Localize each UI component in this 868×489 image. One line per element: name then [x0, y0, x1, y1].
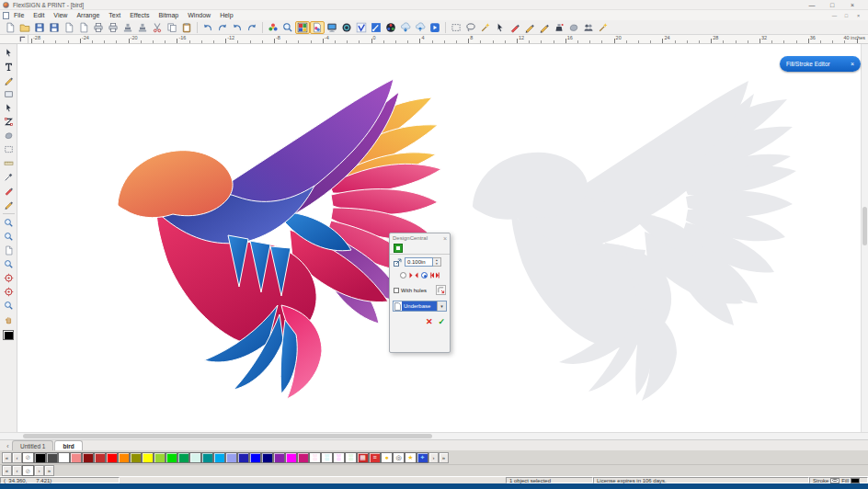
- tab-nav-left-icon[interactable]: ‹: [4, 441, 12, 450]
- design-central-button[interactable]: [295, 21, 310, 34]
- color-wheel-button[interactable]: [383, 21, 398, 34]
- cut-plot-button[interactable]: [120, 21, 135, 34]
- menu-arrange[interactable]: Arrange: [72, 12, 104, 18]
- pan-tool[interactable]: [2, 313, 16, 326]
- red-pen-button[interactable]: [508, 21, 522, 34]
- paint-button[interactable]: [369, 21, 383, 34]
- color-swatch[interactable]: [285, 452, 297, 463]
- pattern-swatch[interactable]: ≡: [369, 452, 381, 463]
- output-button[interactable]: [581, 21, 596, 34]
- pattern-swatch[interactable]: ░: [345, 452, 357, 463]
- current-fill-swatch[interactable]: [3, 330, 14, 340]
- menu-file[interactable]: File: [9, 12, 29, 18]
- contour-option-button[interactable]: [436, 285, 446, 295]
- pattern-swatch[interactable]: ░: [321, 452, 333, 463]
- zoom-out-tool[interactable]: [2, 257, 16, 271]
- color-swatch[interactable]: [70, 452, 82, 463]
- color-swatch[interactable]: [58, 452, 70, 463]
- pattern-swatch[interactable]: ◎: [393, 452, 405, 463]
- underbase-tab-icon[interactable]: [394, 244, 403, 253]
- color-swatch[interactable]: [166, 452, 177, 463]
- horizontal-scrollbar-thumb[interactable]: [23, 434, 432, 438]
- cloud-download-button[interactable]: [398, 21, 413, 34]
- brush-tool[interactable]: [2, 198, 16, 211]
- color-swatch[interactable]: [189, 452, 201, 463]
- horizontal-scrollbar[interactable]: [0, 432, 868, 439]
- dropdown-arrow-icon[interactable]: ▾: [437, 301, 446, 311]
- menu-bitmap[interactable]: Bitmap: [154, 12, 183, 18]
- color-swatch[interactable]: [273, 452, 285, 463]
- color-swatch[interactable]: [130, 452, 142, 463]
- spinner-down-icon[interactable]: ▾: [436, 262, 438, 266]
- canvas-area[interactable]: Fill/Stroke Editor × DesignCentral × 0.1…: [0, 44, 868, 432]
- pencil-tool[interactable]: [2, 184, 16, 198]
- zoom-selection-tool[interactable]: [2, 271, 16, 285]
- lasso-select-button[interactable]: [463, 21, 478, 34]
- zigzag-tool[interactable]: [2, 115, 16, 129]
- color-swatch[interactable]: [249, 452, 261, 463]
- select-tool[interactable]: [2, 46, 16, 60]
- zoom-all-tool[interactable]: [2, 299, 16, 313]
- color-swatch[interactable]: [106, 452, 118, 463]
- palette-nav-button[interactable]: ›: [428, 452, 439, 463]
- save-button[interactable]: [32, 21, 47, 34]
- with-holes-checkbox[interactable]: [394, 288, 399, 293]
- point-select-button[interactable]: [493, 21, 508, 34]
- engrave-button[interactable]: [135, 21, 150, 34]
- color-swatch[interactable]: [201, 452, 213, 463]
- color-swatch[interactable]: [177, 452, 189, 463]
- child-minimize-icon[interactable]: —: [828, 13, 840, 18]
- fill-swatch[interactable]: [851, 478, 860, 483]
- production-manager-button[interactable]: [428, 21, 442, 34]
- marquee-select-button[interactable]: [449, 21, 463, 34]
- print-button[interactable]: [91, 21, 106, 34]
- multi-redo-button[interactable]: [245, 21, 259, 34]
- rectangle-tool[interactable]: [2, 87, 16, 101]
- undo-button[interactable]: [200, 21, 215, 34]
- close-icon[interactable]: ×: [842, 2, 862, 8]
- new-button[interactable]: [3, 21, 17, 34]
- fill-stroke-editor-pill[interactable]: Fill/Stroke Editor ×: [780, 56, 861, 72]
- redo-button[interactable]: [215, 21, 230, 34]
- palette-nav-button[interactable]: ‹: [12, 465, 22, 476]
- color-swatch[interactable]: [34, 452, 46, 463]
- eyedropper-tool[interactable]: [2, 170, 16, 184]
- offset-spinner[interactable]: ▴ ▾: [433, 257, 441, 267]
- save-all-button[interactable]: [47, 21, 62, 34]
- pencil-button[interactable]: [537, 21, 552, 34]
- maximize-icon[interactable]: □: [822, 2, 842, 8]
- zoom-tool[interactable]: [2, 216, 16, 230]
- cancel-button[interactable]: ✕: [426, 317, 433, 326]
- menu-text[interactable]: Text: [104, 12, 125, 18]
- fill-stroke-editor-button[interactable]: [310, 21, 325, 34]
- import-button[interactable]: [62, 21, 76, 34]
- color-swatch[interactable]: [46, 452, 58, 463]
- export-button[interactable]: [76, 21, 91, 34]
- auto-trace-button[interactable]: [566, 21, 581, 34]
- verify-button[interactable]: [354, 21, 369, 34]
- vertical-scrollbar[interactable]: [861, 44, 868, 432]
- choke-radio[interactable]: [400, 272, 406, 279]
- offset-distance-input[interactable]: 0.100in: [405, 257, 433, 267]
- pattern-swatch[interactable]: ✦: [417, 452, 428, 463]
- document-tab-untitled-1[interactable]: Untitled 1: [12, 440, 53, 450]
- menu-view[interactable]: View: [49, 12, 72, 18]
- child-restore-icon[interactable]: □: [840, 13, 852, 18]
- pattern-swatch[interactable]: ▦: [357, 452, 369, 463]
- pattern-swatch[interactable]: ★: [405, 452, 417, 463]
- zoom-in-tool[interactable]: [2, 230, 16, 244]
- frame-tool[interactable]: [2, 142, 16, 156]
- display-settings-button[interactable]: [325, 21, 339, 34]
- text-tool[interactable]: [2, 60, 16, 74]
- no-color-swatch[interactable]: ⊘: [22, 465, 34, 476]
- spread-radio[interactable]: [421, 272, 428, 279]
- palette-nav-button[interactable]: «: [2, 465, 12, 476]
- design-central-close-icon[interactable]: ×: [443, 235, 447, 242]
- bezier-tool[interactable]: [2, 74, 16, 87]
- color-swatch[interactable]: [94, 452, 106, 463]
- vertical-scrollbar-thumb[interactable]: [862, 207, 867, 245]
- print-setup-button[interactable]: [106, 21, 120, 34]
- find-button[interactable]: [280, 21, 295, 34]
- magic-wand-button[interactable]: [478, 21, 493, 34]
- pattern-swatch[interactable]: ●: [381, 452, 393, 463]
